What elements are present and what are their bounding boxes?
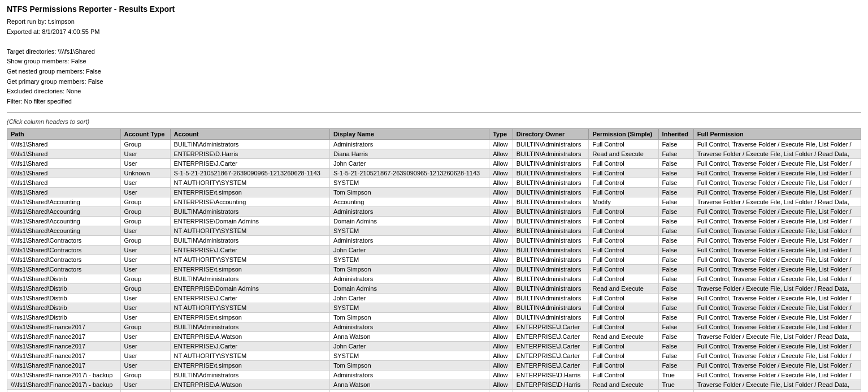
cell-type: Allow [489,371,513,380]
col-header-full-permission[interactable]: Full Permission [693,129,861,140]
table-row: \\\\fs1\Shared\Finance2017UserENTERPRISE… [7,332,861,342]
table-row: \\\\fs1\Shared\Finance2017GroupBUILTIN\A… [7,322,861,332]
cell-full-permission: Full Control, Traverse Folder / Execute … [693,159,861,169]
table-row: \\\\fs1\Shared\Finance2017\ - backupGrou… [7,371,861,380]
cell-inherited: False [658,274,693,284]
cell-type: Allow [489,197,513,207]
cell-path: \\\\fs1\Shared\Distrib [7,284,121,294]
cell-permission-simple: Full Control [589,351,658,361]
cell-permission-simple: Full Control [589,236,658,245]
cell-path: \\\\fs1\Shared [7,149,121,159]
col-header-path[interactable]: Path [7,129,121,140]
cell-full-permission: Traverse Folder / Execute File, List Fol… [693,332,861,342]
col-header-account[interactable]: Account [170,129,329,140]
cell-full-permission: Full Control, Traverse Folder / Execute … [693,207,861,217]
col-header-directory-owner[interactable]: Directory Owner [513,129,589,140]
cell-path: \\\\fs1\Shared\Distrib [7,294,121,303]
page-title: NTFS Permissions Reporter - Results Expo… [7,5,861,14]
cell-display-name: SYSTEM [329,255,489,265]
cell-display-name: John Carter [329,294,489,303]
cell-inherited: True [658,380,693,390]
col-header-display-name[interactable]: Display Name [329,129,489,140]
cell-path: \\\\fs1\Shared\Finance2017\ - backup [7,390,121,392]
cell-directory-owner: BUILTIN\Administrators [513,265,589,274]
cell-directory-owner: ENTERPRISE\D.Harris [513,371,589,380]
cell-display-name: John Carter [329,390,489,392]
table-row: \\\\fs1\Shared\Finance2017UserENTERPRISE… [7,361,861,371]
col-header-permission-simple[interactable]: Permission (Simple) [589,129,658,140]
results-table: Path Account Type Account Display Name T… [7,128,861,392]
cell-inherited: True [658,371,693,380]
cell-type: Allow [489,380,513,390]
cell-path: \\\\fs1\Shared [7,159,121,169]
cell-directory-owner: BUILTIN\Administrators [513,197,589,207]
cell-type: Allow [489,313,513,322]
cell-account-type: User [120,265,170,274]
cell-inherited: False [658,207,693,217]
col-header-account-type[interactable]: Account Type [120,129,170,140]
table-row: \\\\fs1\Shared\AccountingUserNT AUTHORIT… [7,226,861,236]
cell-directory-owner: BUILTIN\Administrators [513,245,589,255]
cell-directory-owner: ENTERPRISE\D.Harris [513,390,589,392]
target-directories: Target directories: \\\\fs1\Shared [7,47,861,57]
table-header-row: Path Account Type Account Display Name T… [7,129,861,140]
cell-account: ENTERPRISE\J.Carter [170,294,329,303]
table-row: \\\\fs1\Shared\Finance2017UserENTERPRISE… [7,342,861,351]
cell-inherited: False [658,149,693,159]
cell-path: \\\\fs1\Shared [7,178,121,188]
cell-type: Allow [489,169,513,178]
cell-path: \\\\fs1\Shared\Finance2017 [7,361,121,371]
cell-path: \\\\fs1\Shared\Finance2017\ - backup [7,380,121,390]
cell-permission-simple: Full Control [589,159,658,169]
cell-account-type: User [120,226,170,236]
cell-full-permission: Traverse Folder / Execute File, List Fol… [693,284,861,294]
col-header-inherited[interactable]: Inherited [658,129,693,140]
cell-type: Allow [489,351,513,361]
cell-path: \\\\fs1\Shared\Finance2017 [7,322,121,332]
cell-path: \\\\fs1\Shared\Finance2017\ - backup [7,371,121,380]
cell-account-type: User [120,332,170,342]
cell-type: Allow [489,149,513,159]
cell-display-name: Tom Simpson [329,188,489,197]
cell-permission-simple: Full Control [589,390,658,392]
cell-account-type: User [120,342,170,351]
cell-inherited: False [658,265,693,274]
cell-path: \\\\fs1\Shared\Distrib [7,313,121,322]
cell-display-name: John Carter [329,245,489,255]
cell-full-permission: Traverse Folder / Execute File, List Fol… [693,380,861,390]
cell-full-permission: Full Control, Traverse Folder / Execute … [693,217,861,226]
cell-permission-simple: Full Control [589,342,658,351]
cell-directory-owner: BUILTIN\Administrators [513,274,589,284]
cell-directory-owner: BUILTIN\Administrators [513,149,589,159]
cell-permission-simple: Full Control [589,294,658,303]
cell-inherited: False [658,255,693,265]
cell-type: Allow [489,236,513,245]
cell-type: Allow [489,265,513,274]
cell-directory-owner: BUILTIN\Administrators [513,303,589,313]
cell-directory-owner: ENTERPRISE\J.Carter [513,361,589,371]
cell-account: ENTERPRISE\t.simpson [170,265,329,274]
cell-display-name: Administrators [329,207,489,217]
cell-directory-owner: ENTERPRISE\J.Carter [513,332,589,342]
cell-type: Allow [489,207,513,217]
cell-path: \\\\fs1\Shared\Finance2017 [7,342,121,351]
cell-account-type: Group [120,371,170,380]
col-header-type[interactable]: Type [489,129,513,140]
cell-account: BUILTIN\Administrators [170,140,329,149]
cell-directory-owner: BUILTIN\Administrators [513,207,589,217]
cell-account-type: User [120,245,170,255]
cell-display-name: Administrators [329,274,489,284]
cell-account-type: Group [120,207,170,217]
cell-directory-owner: BUILTIN\Administrators [513,188,589,197]
cell-account: NT AUTHORITY\SYSTEM [170,255,329,265]
cell-display-name: Tom Simpson [329,361,489,371]
table-row: \\\\fs1\Shared\ContractorsGroupBUILTIN\A… [7,236,861,245]
cell-path: \\\\fs1\Shared\Contractors [7,236,121,245]
cell-directory-owner: BUILTIN\Administrators [513,159,589,169]
cell-full-permission: Full Control, Traverse Folder / Execute … [693,342,861,351]
cell-path: \\\\fs1\Shared\Contractors [7,255,121,265]
cell-type: Allow [489,140,513,149]
cell-display-name: Diana Harris [329,149,489,159]
cell-type: Allow [489,322,513,332]
cell-account: BUILTIN\Administrators [170,371,329,380]
